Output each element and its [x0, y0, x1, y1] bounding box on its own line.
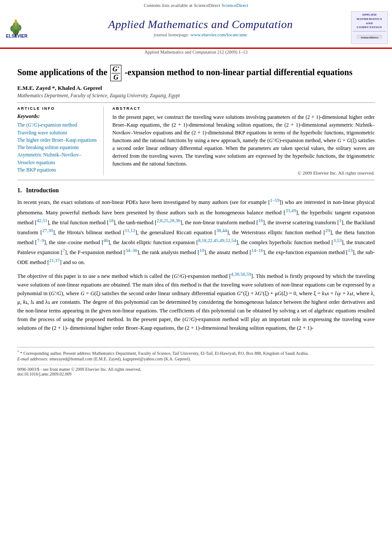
keyword-6[interactable]: The BKP equations: [17, 166, 98, 174]
amc-logo-box: APPLIED MATHEMATICS AND COMPUTATION Scie…: [351, 11, 388, 44]
ref-38-44[interactable]: 38,44: [217, 228, 227, 233]
keyword-2[interactable]: Traveling wave solutions: [17, 129, 98, 137]
ref-3-53[interactable]: 3,53: [333, 238, 341, 243]
ref-1-59[interactable]: 1–59: [270, 197, 280, 203]
divider-2: [17, 180, 375, 180]
journal-branding: ELSEVIER Applied Mathematics and Computa…: [0, 10, 392, 46]
main-content: Some applications of the G′ G -expansion…: [0, 54, 392, 340]
ref-1[interactable]: 1: [339, 218, 342, 223]
authors: E.M.E. Zayed *, Khaled A. Gepreel: [17, 85, 375, 92]
keyword-4[interactable]: The breaking soliton equations: [17, 144, 98, 151]
ref-10[interactable]: 10: [199, 248, 204, 253]
elsevier-logo: ELSEVIER: [4, 15, 43, 41]
title-frac-den: G: [113, 73, 120, 81]
footer-license: 0096-3003/$ - see front matter © 2009 El…: [17, 365, 375, 376]
section-title-text: Introduction: [26, 187, 59, 194]
homepage-label: journal homepage:: [154, 32, 189, 37]
ref-29[interactable]: 29: [325, 228, 330, 233]
keyword-5[interactable]: Asymmetric Nizhnik–Novikov–Vesselov equa…: [17, 151, 98, 166]
amc-logo-line4: COMPUTATION: [353, 25, 386, 30]
keyword-1[interactable]: The (G′/G)-expansion method: [17, 121, 98, 129]
section-introduction-title: 1. Introduction: [17, 187, 375, 194]
ref-8-18-22-45-49-52-54[interactable]: 8,18,22,45,49,52,54: [198, 238, 236, 243]
copyright: © 2009 Elsevier Inc. All rights reserved…: [112, 170, 375, 175]
ref-13[interactable]: 13: [348, 248, 353, 253]
journal-top-bar: Contents lists available at ScienceDirec…: [0, 3, 392, 8]
intro-paragraph-2: The objective of this paper is to use a …: [17, 271, 375, 332]
journal-title-center: Applied Mathematics and Computation jour…: [50, 18, 351, 37]
section-number: 1.: [17, 187, 22, 194]
ref-7-9[interactable]: 7–9: [37, 238, 44, 243]
journal-name: Applied Mathematics and Computation: [50, 18, 351, 31]
ref-42-51[interactable]: 42,51: [37, 218, 48, 223]
amc-logo-line2: MATHEMATICS: [353, 17, 386, 22]
journal-header: Contents lists available at ScienceDirec…: [0, 0, 392, 48]
ref-7b[interactable]: 7: [63, 248, 65, 253]
abstract-col: ABSTRACT In the present paper, we constr…: [112, 106, 375, 175]
article-info-label: ARTICLE INFO: [17, 106, 98, 111]
svg-text:ELSEVIER: ELSEVIER: [6, 34, 28, 38]
footnote-star: * * Corresponding author. Present addres…: [17, 350, 375, 356]
abstract-label: ABSTRACT: [112, 106, 375, 111]
amc-logo-line3: AND: [353, 22, 386, 26]
intro-paragraph-1: In recent years, the exact solutions of …: [17, 197, 375, 267]
ref-27-30[interactable]: 27,30: [42, 228, 53, 233]
email-line: E-mail addresses: emezayed@hotmail.com (…: [17, 357, 375, 361]
ref-4-38-56-59[interactable]: 4,38,56,59: [231, 271, 251, 277]
svg-rect-7: [15, 23, 16, 26]
page-footer: * * Corresponding author. Present addres…: [17, 347, 375, 376]
ref-33-49[interactable]: 33,49: [285, 208, 296, 213]
keyword-3[interactable]: The higher order Broer–Kaup equations: [17, 137, 98, 144]
ref-11-12[interactable]: 11,12: [125, 228, 135, 233]
title-suffix: -expansion method to non-linear partial …: [124, 67, 352, 77]
paper-title: Some applications of the G′ G -expansion…: [17, 65, 375, 81]
svg-point-6: [15, 19, 17, 23]
ref-14-16[interactable]: 14–16: [252, 248, 264, 253]
article-info-abstract: ARTICLE INFO Keywords: The (G′/G)-expans…: [17, 106, 375, 175]
keywords-label: Keywords:: [17, 113, 98, 120]
sciencedirect-link[interactable]: ScienceDirect: [222, 3, 249, 8]
title-prefix: Some applications of the: [17, 67, 109, 77]
amc-logo-line1: APPLIED: [353, 13, 386, 17]
ref-21-37[interactable]: 21,37: [49, 258, 60, 263]
title-frac-num: G′: [112, 65, 120, 73]
contents-label: Contents lists available at ScienceDirec…: [144, 3, 220, 8]
svg-text:ScienceDirect: ScienceDirect: [360, 36, 378, 39]
ref-2-8-25-28-36[interactable]: 2,8,25,28,36: [156, 218, 180, 223]
ref-34-36[interactable]: 34–36: [125, 248, 137, 253]
journal-homepage: journal homepage: www.elsevier.com/locat…: [50, 32, 351, 37]
article-info-col: ARTICLE INFO Keywords: The (G′/G)-expans…: [17, 106, 104, 175]
homepage-url[interactable]: www.elsevier.com/locate/amc: [191, 32, 248, 37]
issue-info: Applied Mathematics and Computation 212 …: [0, 48, 392, 54]
affiliation: Mathematics Department, Faculty of Scien…: [17, 93, 375, 98]
title-fraction: G′ G: [110, 65, 121, 81]
divider-1: [17, 102, 375, 103]
ref-46[interactable]: 46: [103, 238, 108, 243]
keywords-list: The (G′/G)-expansion method Traveling wa…: [17, 121, 98, 174]
ref-18[interactable]: 18: [109, 218, 114, 223]
ref-16[interactable]: 16: [258, 218, 263, 223]
abstract-text: In the present paper, we construct the t…: [112, 113, 375, 168]
